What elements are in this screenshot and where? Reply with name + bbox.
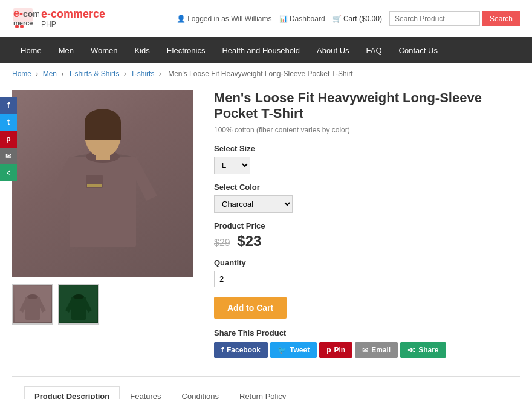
main-image-placeholder xyxy=(12,90,193,277)
nav-health[interactable]: Health and Household xyxy=(213,37,308,63)
svg-rect-12 xyxy=(87,184,102,187)
user-icon xyxy=(177,15,186,23)
svg-rect-15 xyxy=(85,122,121,140)
pinterest-share-btn[interactable]: p xyxy=(0,131,17,148)
svg-rect-16 xyxy=(96,152,110,160)
quantity-section: Quantity xyxy=(214,258,520,287)
breadcrumb-home[interactable]: Home xyxy=(12,70,31,78)
nav-contact[interactable]: Contact Us xyxy=(391,37,446,63)
logo-text: e-commerce PHP xyxy=(41,8,105,28)
share-buttons: f Facebook 🐦 Tweet p Pin ✉ Email xyxy=(214,342,520,358)
search-button[interactable]: Search xyxy=(482,11,520,26)
share-pinterest-btn[interactable]: p Pin xyxy=(319,342,352,358)
email-share-btn[interactable]: ✉ xyxy=(0,148,17,164)
color-label: Select Color xyxy=(214,183,520,192)
nav-electronics[interactable]: Electronics xyxy=(158,37,214,63)
thumb-charcoal-img xyxy=(15,286,51,322)
main-nav: Home Men Women Kids Electronics Health a… xyxy=(0,37,532,63)
tab-product-description[interactable]: Product Description xyxy=(24,386,120,399)
share-label: Share This Product xyxy=(214,328,520,337)
svg-point-26 xyxy=(73,294,84,299)
nav-faq[interactable]: FAQ xyxy=(358,37,391,63)
pinterest-icon: p xyxy=(326,346,331,354)
facebook-share-btn[interactable]: f xyxy=(0,97,17,114)
twitter-icon: 🐦 xyxy=(277,346,287,354)
logo-icon: e- com merce xyxy=(12,5,39,32)
price-new: $23 xyxy=(237,233,261,249)
breadcrumb-sep1: › xyxy=(36,70,40,78)
svg-point-21 xyxy=(27,294,38,299)
price-label: Product Price xyxy=(214,221,520,230)
dashboard-icon xyxy=(279,15,288,23)
twitter-share-btn[interactable]: t xyxy=(0,114,17,131)
nav-women[interactable]: Women xyxy=(82,37,126,63)
top-right-header: Logged in as Will Williams Dashboard Car… xyxy=(177,11,520,26)
quantity-input[interactable] xyxy=(214,271,256,287)
tabs-section: Product Description Features Conditions … xyxy=(12,376,520,399)
nav-about[interactable]: About Us xyxy=(308,37,357,63)
breadcrumb-tshirts[interactable]: T-shirts xyxy=(131,70,154,78)
product-images xyxy=(12,90,199,358)
share-general-btn[interactable]: ≪ Share xyxy=(400,342,446,358)
breadcrumb-sep3: › xyxy=(124,70,128,78)
svg-text:com: com xyxy=(23,9,39,19)
thumbnail-charcoal[interactable] xyxy=(12,284,53,325)
svg-rect-25 xyxy=(71,297,86,320)
search-input[interactable] xyxy=(389,11,480,26)
email-icon: ✉ xyxy=(362,346,368,354)
color-select[interactable]: Charcoal Dark Green Black Navy xyxy=(214,195,293,213)
svg-text:e-: e- xyxy=(13,7,23,19)
logo-sub: PHP xyxy=(41,21,105,28)
product-title: Men's Loose Fit Heavyweight Long-Sleeve … xyxy=(214,90,520,122)
breadcrumb-sep4: › xyxy=(159,70,163,78)
nav-home[interactable]: Home xyxy=(12,37,50,63)
dashboard-link[interactable]: Dashboard xyxy=(279,15,325,23)
product-tabs: Product Description Features Conditions … xyxy=(24,386,508,399)
share-icon: ≪ xyxy=(407,346,415,354)
thumbnail-images xyxy=(12,284,199,325)
qty-label: Quantity xyxy=(214,258,520,267)
search-bar: Search xyxy=(389,11,520,26)
size-select[interactable]: S M L XL XXL xyxy=(214,157,250,174)
breadcrumb-sep2: › xyxy=(61,70,65,78)
tab-features[interactable]: Features xyxy=(120,386,171,399)
tshirt-illustration xyxy=(36,99,169,268)
nav-kids[interactable]: Kids xyxy=(126,37,158,63)
breadcrumb: Home › Men › T-shirts & Shirts › T-shirt… xyxy=(12,63,520,84)
share-facebook-btn[interactable]: f Facebook xyxy=(214,342,268,358)
product-area: Men's Loose Fit Heavyweight Long-Sleeve … xyxy=(12,84,520,370)
logo[interactable]: e- com merce e-commerce PHP xyxy=(12,5,105,32)
svg-rect-20 xyxy=(25,297,40,320)
product-subtitle: 100% cotton (fiber content varies by col… xyxy=(214,126,520,134)
tab-return-policy[interactable]: Return Policy xyxy=(229,386,296,399)
breadcrumb-men[interactable]: Men xyxy=(43,70,57,78)
product-details: Men's Loose Fit Heavyweight Long-Sleeve … xyxy=(214,90,520,358)
facebook-icon: f xyxy=(221,346,224,354)
share-twitter-btn[interactable]: 🐦 Tweet xyxy=(270,342,317,358)
cart-link[interactable]: Cart ($0.00) xyxy=(332,15,382,23)
nav-men[interactable]: Men xyxy=(50,37,82,63)
user-link[interactable]: Logged in as Will Williams xyxy=(187,15,271,23)
main-product-image xyxy=(12,90,193,277)
top-header: e- com merce e-commerce PHP Logged in as… xyxy=(0,0,532,37)
main-container: Home › Men › T-shirts & Shirts › T-shirt… xyxy=(0,63,532,399)
breadcrumb-tshirts-shirts[interactable]: T-shirts & Shirts xyxy=(68,70,120,78)
user-info: Logged in as Will Williams xyxy=(177,15,272,23)
thumbnail-green[interactable] xyxy=(58,284,99,325)
breadcrumb-current: Men's Loose Fit Heavyweight Long-Sleeve … xyxy=(168,70,353,78)
svg-rect-7 xyxy=(70,157,136,247)
price-old: $29 xyxy=(214,238,230,248)
tab-conditions[interactable]: Conditions xyxy=(172,386,229,399)
cart-icon xyxy=(332,15,342,23)
price-section: Product Price $29 $23 xyxy=(214,221,520,250)
add-to-cart-button[interactable]: Add to Cart xyxy=(214,297,287,319)
social-sidebar: f t p ✉ < xyxy=(0,97,17,181)
share-section: Share This Product f Facebook 🐦 Tweet p … xyxy=(214,328,520,358)
logo-brand: e-commerce xyxy=(41,8,105,21)
size-label: Select Size xyxy=(214,144,520,153)
thumb-green-img xyxy=(60,286,97,322)
share-email-btn[interactable]: ✉ Email xyxy=(355,342,398,358)
general-share-btn[interactable]: < xyxy=(0,164,17,181)
